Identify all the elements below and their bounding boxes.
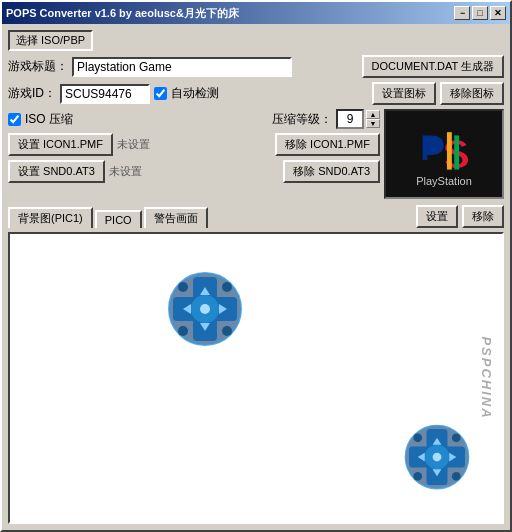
remove-snd0at3-button[interactable]: 移除 SND0.AT3: [283, 160, 380, 183]
tab-pico[interactable]: PICO: [95, 210, 142, 228]
titlebar-buttons: － □ ✕: [454, 6, 506, 20]
titlebar: POPS Converter v1.6 by aeolusc&月光下的床 － □…: [2, 2, 510, 24]
set-snd0at3-button[interactable]: 设置 SND0.AT3: [8, 160, 105, 183]
ps-logo-svg: [412, 121, 477, 171]
game-title-row: 游戏标题： DOCUMENT.DAT 生成器: [8, 55, 504, 78]
snd0at3-status: 未设置: [109, 164, 142, 179]
document-dat-button[interactable]: DOCUMENT.DAT 生成器: [362, 55, 504, 78]
canvas-action-buttons: 设置 移除: [416, 205, 504, 228]
canvas-area: PSPCHINA: [8, 232, 504, 524]
compress-level-label: 压缩等级：: [272, 111, 332, 128]
snd0at3-row: 设置 SND0.AT3 未设置 移除 SND0.AT3: [8, 160, 380, 183]
svg-point-28: [413, 472, 422, 481]
ps-icon-area: PlayStation: [384, 109, 504, 199]
game-id-input[interactable]: [60, 84, 150, 104]
svg-point-13: [222, 282, 232, 292]
minimize-button[interactable]: －: [454, 6, 470, 20]
game-id-row: 游戏ID： 自动检测 设置图标 移除图标: [8, 82, 504, 105]
remove-icon-button[interactable]: 移除图标: [440, 82, 504, 105]
spinner-buttons: ▲ ▼: [366, 110, 380, 128]
svg-rect-0: [446, 132, 451, 169]
select-iso-row: 选择 ISO/PBP: [8, 30, 504, 51]
iso-compress-label: ISO 压缩: [25, 111, 73, 128]
game-title-input[interactable]: [72, 57, 292, 77]
svg-point-24: [433, 453, 442, 462]
settings-button[interactable]: 设置: [416, 205, 458, 228]
icon1pmf-row: 设置 ICON1.PMF 未设置 移除 ICON1.PMF: [8, 133, 380, 156]
compress-level-input[interactable]: [336, 109, 364, 129]
dpad-1: [165, 269, 245, 349]
compress-level-spinner: ▲ ▼: [336, 109, 380, 129]
set-icon-button[interactable]: 设置图标: [372, 82, 436, 105]
window-title: POPS Converter v1.6 by aeolusc&月光下的床: [6, 6, 239, 21]
remove-canvas-button[interactable]: 移除: [462, 205, 504, 228]
set-icon1pmf-button[interactable]: 设置 ICON1.PMF: [8, 133, 113, 156]
main-window: POPS Converter v1.6 by aeolusc&月光下的床 － □…: [0, 0, 512, 532]
svg-point-27: [452, 433, 461, 442]
watermark-text: PSPCHINA: [479, 336, 494, 419]
auto-detect-checkbox[interactable]: [154, 87, 167, 100]
select-iso-button[interactable]: 选择 ISO/PBP: [8, 30, 93, 51]
content-area: 选择 ISO/PBP 游戏标题： DOCUMENT.DAT 生成器 游戏ID： …: [2, 24, 510, 530]
svg-point-15: [222, 326, 232, 336]
game-id-label: 游戏ID：: [8, 85, 56, 102]
spinner-up-button[interactable]: ▲: [366, 110, 380, 119]
dpad-2: [402, 422, 482, 502]
icon1pmf-status: 未设置: [117, 137, 150, 152]
iso-compress-row: ISO 压缩 压缩等级： ▲ ▼: [8, 109, 380, 129]
icon-action-buttons: 设置图标 移除图标: [372, 82, 504, 105]
tabs-area: 背景图(PIC1) PICO 警告画面: [8, 207, 210, 228]
compress-left: ISO 压缩 压缩等级： ▲ ▼ 设置 ICON1.PMF 未设置: [8, 109, 380, 183]
svg-point-14: [178, 326, 188, 336]
svg-rect-1: [454, 135, 459, 169]
svg-point-12: [178, 282, 188, 292]
svg-point-26: [413, 433, 422, 442]
maximize-button[interactable]: □: [472, 6, 488, 20]
svg-point-29: [452, 472, 461, 481]
tab-warning[interactable]: 警告画面: [144, 207, 208, 228]
tabs-row: 背景图(PIC1) PICO 警告画面 设置 移除: [8, 203, 504, 228]
compress-and-icon-row: ISO 压缩 压缩等级： ▲ ▼ 设置 ICON1.PMF 未设置: [8, 109, 504, 199]
game-title-label: 游戏标题：: [8, 58, 68, 75]
svg-point-10: [200, 304, 210, 314]
remove-icon1pmf-button[interactable]: 移除 ICON1.PMF: [275, 133, 380, 156]
close-button[interactable]: ✕: [490, 6, 506, 20]
tab-pic1[interactable]: 背景图(PIC1): [8, 207, 93, 228]
ps-logo-text: PlayStation: [416, 175, 472, 187]
auto-detect-label: 自动检测: [171, 85, 219, 102]
iso-compress-checkbox[interactable]: [8, 113, 21, 126]
spinner-down-button[interactable]: ▼: [366, 119, 380, 128]
